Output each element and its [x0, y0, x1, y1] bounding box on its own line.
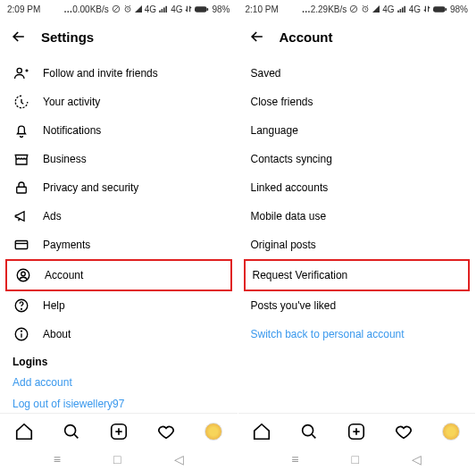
header: Settings [0, 18, 238, 55]
sys-recent-icon[interactable]: ≡ [291, 452, 298, 466]
item-label: Account [45, 269, 83, 281]
lock-icon [13, 179, 30, 197]
bell-icon [13, 122, 30, 139]
account-item-saved[interactable]: Saved [238, 59, 476, 88]
status-icons: 0.00KB/s 4G 4G 98% [63, 4, 230, 14]
svg-rect-29 [399, 9, 401, 13]
svg-rect-8 [207, 7, 209, 10]
person-plus-icon [13, 64, 30, 82]
back-icon[interactable] [9, 27, 29, 46]
account-item-mobile-data[interactable]: Mobile data use [238, 202, 476, 231]
svg-rect-10 [17, 187, 27, 193]
item-label: Original posts [251, 239, 316, 251]
page-title: Settings [41, 29, 94, 45]
settings-item-about[interactable]: About [0, 320, 238, 348]
battery-icon [195, 5, 209, 13]
home-icon[interactable] [251, 421, 272, 442]
settings-item-ads[interactable]: Ads [0, 202, 238, 231]
net-speed: 0.00KB/s [63, 4, 109, 14]
battery-icon [433, 5, 447, 13]
new-post-icon[interactable] [108, 421, 129, 442]
settings-item-help[interactable]: Help [0, 291, 238, 320]
item-label: Payments [43, 239, 90, 251]
exchange-icon [185, 5, 192, 13]
help-icon [13, 297, 30, 315]
battery-pct: 98% [450, 4, 468, 14]
item-label: Mobile data use [251, 210, 327, 222]
account-item-contacts-syncing[interactable]: Contacts syncing [238, 145, 476, 173]
home-icon[interactable] [13, 421, 35, 442]
activity-icon [13, 93, 30, 111]
system-nav: ≡ □ ◁ [0, 449, 238, 470]
storefront-icon [13, 150, 30, 168]
account-item-request-verification[interactable]: Request Verification [246, 261, 469, 290]
item-label: Follow and invite friends [43, 67, 158, 80]
account-item-original-posts[interactable]: Original posts [238, 231, 476, 259]
sig1-label: 4G [382, 4, 394, 14]
search-icon[interactable] [61, 421, 82, 442]
dnd-icon [112, 4, 121, 13]
item-label: Language [251, 124, 298, 137]
settings-item-account[interactable]: Account [7, 261, 230, 290]
item-label: Contacts syncing [251, 153, 332, 165]
item-label: Linked accounts [251, 181, 329, 194]
new-post-icon[interactable] [346, 421, 367, 442]
settings-item-follow-invite[interactable]: Follow and invite friends [0, 59, 238, 88]
sys-back-icon[interactable]: ◁ [412, 452, 422, 466]
item-label: Switch back to personal account [251, 328, 405, 340]
sig1-label: 4G [145, 4, 156, 14]
settings-item-privacy[interactable]: Privacy and security [0, 173, 238, 202]
svg-line-26 [352, 7, 356, 12]
add-account-link[interactable]: Add account [0, 372, 238, 393]
svg-rect-5 [163, 7, 165, 13]
card-icon [13, 236, 30, 254]
account-list: Saved Close friends Language Contacts sy… [238, 55, 476, 413]
svg-point-16 [21, 308, 22, 309]
heart-icon[interactable] [155, 421, 177, 442]
account-item-close-friends[interactable]: Close friends [238, 88, 476, 116]
svg-line-21 [73, 433, 78, 438]
settings-item-activity[interactable]: Your activity [0, 88, 238, 116]
search-icon[interactable] [298, 421, 320, 442]
status-icons: 2.29KB/s 4G 4G 98% [302, 4, 468, 14]
item-label: Help [43, 299, 65, 312]
profile-icon[interactable] [440, 421, 462, 442]
clock: 2:10 PM [246, 4, 279, 14]
bottom-nav [238, 413, 476, 449]
svg-rect-28 [397, 11, 399, 13]
svg-rect-11 [15, 241, 28, 249]
account-item-linked-accounts[interactable]: Linked accounts [238, 173, 476, 202]
svg-point-9 [17, 68, 21, 72]
profile-icon[interactable] [203, 421, 224, 442]
svg-rect-4 [162, 9, 163, 13]
svg-rect-3 [159, 11, 161, 13]
info-icon [13, 325, 30, 343]
settings-list: Follow and invite friends Your activity … [0, 55, 238, 413]
item-label: Notifications [43, 124, 101, 137]
phone-left: 2:09 PM 0.00KB/s 4G 4G 98% Settings Foll… [0, 0, 238, 470]
signal-bars-icon [397, 5, 406, 13]
svg-rect-6 [166, 6, 168, 13]
account-item-posts-liked[interactable]: Posts you've liked [238, 291, 476, 320]
account-item-language[interactable]: Language [238, 116, 476, 145]
item-label: Saved [251, 67, 281, 80]
back-icon[interactable] [247, 27, 267, 46]
heart-icon[interactable] [393, 421, 414, 442]
item-label: Posts you've liked [251, 299, 337, 312]
sys-home-icon[interactable]: □ [113, 452, 121, 466]
settings-item-payments[interactable]: Payments [0, 231, 238, 259]
phone-right: 2:10 PM 2.29KB/s 4G 4G 98% Account Saved… [238, 0, 477, 470]
svg-rect-31 [404, 6, 405, 13]
sys-back-icon[interactable]: ◁ [174, 452, 184, 466]
settings-item-notifications[interactable]: Notifications [0, 116, 238, 145]
sys-recent-icon[interactable]: ≡ [54, 452, 61, 466]
megaphone-icon [13, 207, 30, 225]
alarm-icon [361, 4, 370, 13]
switch-account-link[interactable]: Switch back to personal account [238, 320, 476, 348]
item-label: Privacy and security [43, 181, 138, 194]
status-bar: 2:10 PM 2.29KB/s 4G 4G 98% [238, 0, 476, 18]
logout-link[interactable]: Log out of isiewellery97 [0, 393, 238, 413]
sys-home-icon[interactable]: □ [352, 452, 359, 466]
svg-line-1 [113, 7, 118, 12]
settings-item-business[interactable]: Business [0, 145, 238, 173]
